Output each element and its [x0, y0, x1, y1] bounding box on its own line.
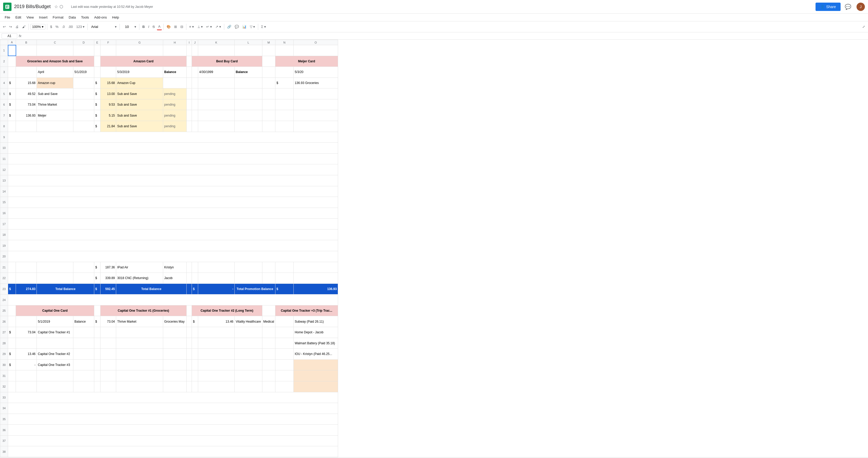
redo-button[interactable]: ↪: [8, 24, 13, 30]
cell-f6[interactable]: 9.53: [100, 99, 116, 110]
cell-f2-amazon-header[interactable]: Amazon Card: [100, 56, 187, 67]
cell-a1[interactable]: [8, 45, 16, 56]
cell-b5[interactable]: 49.52: [16, 89, 37, 99]
formula-input[interactable]: [23, 34, 866, 38]
text-wrap-button[interactable]: ↵ ▾: [205, 24, 213, 30]
cell-h6[interactable]: pending: [163, 99, 187, 110]
cell-g4[interactable]: Amazon Cup: [116, 77, 163, 89]
cell-a6[interactable]: $: [8, 99, 16, 110]
cell-n2-meijer-header[interactable]: Meijer Card: [275, 56, 338, 67]
notification-icon[interactable]: 💬: [845, 4, 851, 10]
cell-b7[interactable]: 136.93: [16, 110, 37, 121]
cell-m7[interactable]: [262, 110, 275, 121]
menu-data[interactable]: Data: [67, 14, 78, 20]
cell-e1[interactable]: [94, 45, 100, 56]
cell-i3[interactable]: [187, 67, 192, 78]
cell-o7[interactable]: [293, 110, 338, 121]
valign-button[interactable]: ⊥ ▾: [196, 24, 205, 30]
cell-o8[interactable]: [293, 121, 338, 132]
cell-o6[interactable]: [293, 99, 338, 110]
col-header-g[interactable]: G: [116, 40, 163, 45]
cell-a2[interactable]: [8, 56, 16, 67]
cell-c1[interactable]: [37, 45, 73, 56]
cell-l5[interactable]: [235, 89, 262, 99]
cell-h8[interactable]: pending: [163, 121, 187, 132]
font-size-up-icon[interactable]: ▾: [133, 24, 137, 30]
cell-m8[interactable]: [262, 121, 275, 132]
cell-j5[interactable]: [192, 89, 198, 99]
capital-one-tracker3-header[interactable]: Capital One Tracker +3 (Trip Trac...: [275, 305, 338, 316]
drive-icon[interactable]: ⬡: [60, 4, 63, 9]
star-icon[interactable]: ☆: [54, 4, 58, 9]
cell-g3[interactable]: 5/3/2019: [116, 67, 163, 78]
cell-n8[interactable]: [275, 121, 293, 132]
bold-button[interactable]: B: [141, 24, 146, 30]
cell-a7[interactable]: $: [8, 110, 16, 121]
cell-l6[interactable]: [235, 99, 262, 110]
font-dropdown-icon[interactable]: ▾: [114, 24, 118, 30]
cell-e7[interactable]: $: [94, 110, 100, 121]
cell-b2-groceries-header[interactable]: Groceries and Amazon Sub and Save: [16, 56, 94, 67]
cell-k3[interactable]: 4/30/1999: [198, 67, 235, 78]
cell-j6[interactable]: [192, 99, 198, 110]
share-button[interactable]: 👤 Share: [815, 3, 841, 11]
cell-m5[interactable]: [262, 89, 275, 99]
align-button[interactable]: ≡ ▾: [188, 24, 195, 30]
total-promotion-balance[interactable]: Total Promotion Balance: [235, 284, 275, 294]
cell-m3[interactable]: [262, 67, 275, 78]
capital-one-tracker1-header[interactable]: Capital One Tracker #1 (Groceries): [100, 305, 187, 316]
borders-button[interactable]: ⊞: [173, 24, 178, 30]
cell-f7[interactable]: 5.15: [100, 110, 116, 121]
cell-l3[interactable]: Balance: [235, 67, 262, 78]
col-header-o[interactable]: O: [293, 40, 338, 45]
col-header-h[interactable]: H: [163, 40, 187, 45]
cell-d4[interactable]: [73, 77, 94, 89]
cell-k7[interactable]: [198, 110, 235, 121]
col-header-m[interactable]: M: [262, 40, 275, 45]
expand-button[interactable]: ⤢: [861, 24, 866, 30]
cell-b3[interactable]: [16, 67, 37, 78]
col-header-j[interactable]: J: [192, 40, 198, 45]
cell-a3[interactable]: [8, 67, 16, 78]
col-header-e[interactable]: E: [94, 40, 100, 45]
cell-m2[interactable]: [262, 56, 275, 67]
cell-k8[interactable]: [198, 121, 235, 132]
cell-b4[interactable]: 15.68: [16, 77, 37, 89]
col-header-f[interactable]: F: [100, 40, 116, 45]
functions-button[interactable]: Σ ▾: [260, 24, 267, 30]
col-header-i[interactable]: I: [187, 40, 192, 45]
link-button[interactable]: 🔗: [226, 24, 232, 30]
menu-view[interactable]: View: [24, 14, 36, 20]
col-header-c[interactable]: C: [37, 40, 73, 45]
percent-button[interactable]: %: [54, 24, 60, 30]
cell-b6[interactable]: 73.04: [16, 99, 37, 110]
capital-one-card-header[interactable]: Capital One Card: [16, 305, 94, 316]
cell-e4[interactable]: $: [94, 77, 100, 89]
cell-c4[interactable]: Amazon cup: [37, 77, 73, 89]
cell-i2[interactable]: [187, 56, 192, 67]
cell-n7[interactable]: [275, 110, 293, 121]
cell-a8[interactable]: [8, 121, 16, 132]
cell-g7[interactable]: Sub and Save: [116, 110, 163, 121]
cell-k6[interactable]: [198, 99, 235, 110]
cell-k1[interactable]: [198, 45, 235, 56]
cell-c6[interactable]: Thrive Market: [37, 99, 73, 110]
cell-f1[interactable]: [100, 45, 116, 56]
col-header-d[interactable]: D: [73, 40, 94, 45]
cell-j4[interactable]: [192, 77, 198, 89]
cell-l7[interactable]: [235, 110, 262, 121]
print-button[interactable]: 🖨: [14, 24, 20, 30]
paint-format-button[interactable]: 🖌: [21, 24, 27, 30]
undo-button[interactable]: ↩: [2, 24, 7, 30]
cell-a4[interactable]: $: [8, 77, 16, 89]
fill-color-button[interactable]: 🎨: [165, 24, 172, 30]
text-color-button[interactable]: A: [157, 24, 162, 30]
cell-l1[interactable]: [235, 45, 262, 56]
cell-e3[interactable]: [94, 67, 100, 78]
font-size-input[interactable]: [121, 24, 132, 30]
cell-o3[interactable]: 5/3/20: [293, 67, 338, 78]
decimal-more-button[interactable]: .00: [67, 24, 74, 30]
menu-edit[interactable]: Edit: [13, 14, 23, 20]
filter-button[interactable]: ▽ ▾: [249, 24, 257, 30]
col-header-b[interactable]: B: [16, 40, 37, 45]
